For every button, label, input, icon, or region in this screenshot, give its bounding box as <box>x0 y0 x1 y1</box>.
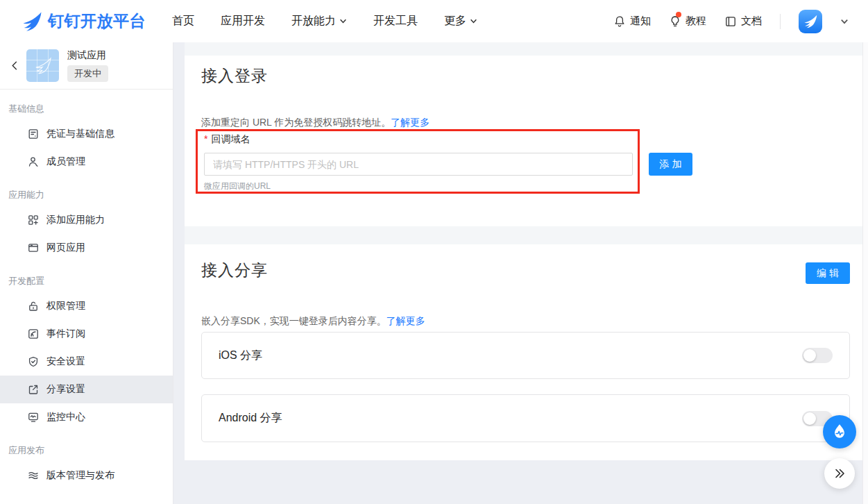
app-meta: 测试应用 开发中 <box>67 49 108 82</box>
app-sidebar: 测试应用 开发中 基础信息 凭证与基础信息 成员管理 应用能力 添加应用能力 <box>0 42 173 504</box>
section-title-share: 接入分享 <box>201 260 268 281</box>
nav-label: 首页 <box>172 14 194 28</box>
toggle-knob <box>803 412 816 425</box>
nav-label: 应用开发 <box>221 14 265 28</box>
sidebar-item-add-capability[interactable]: 添加应用能力 <box>0 206 173 234</box>
page-scrollbar[interactable] <box>862 42 868 504</box>
section-gap <box>185 42 862 56</box>
chevron-down-icon <box>470 17 477 25</box>
add-capability-icon <box>28 215 39 226</box>
sidebar-item-label: 监控中心 <box>46 411 85 423</box>
nav-item-home[interactable]: 首页 <box>172 14 194 28</box>
sidebar-item-share-settings[interactable]: 分享设置 <box>0 376 173 403</box>
sidebar-group-app-capability: 应用能力 <box>0 176 173 206</box>
share-access-section: 接入分享 编辑 嵌入分享SDK，实现一键登录后内容分享。了解更多 iOS 分享 … <box>185 244 862 460</box>
sidebar-item-event-subscription[interactable]: 事件订阅 <box>0 320 173 348</box>
double-chevron-right-icon <box>833 467 846 480</box>
sidebar-item-label: 网页应用 <box>46 242 85 254</box>
app-status-badge: 开发中 <box>67 65 108 82</box>
login-description-text: 添加重定向 URL 作为免登授权码跳转地址。 <box>201 117 391 128</box>
collapse-panel-button[interactable] <box>824 458 855 489</box>
main-content: 接入登录 添加重定向 URL 作为免登授权码跳转地址。了解更多 *回调域名 微应… <box>185 42 862 504</box>
dingtalk-open-platform-page: 钉钉开放平台 首页 应用开发 开放能力 开发工具 更多 <box>0 0 868 504</box>
permission-icon <box>28 301 39 312</box>
ios-share-row: iOS 分享 <box>201 332 850 379</box>
sidebar-item-label: 凭证与基础信息 <box>46 128 114 140</box>
document-icon <box>724 15 737 28</box>
toggle-knob <box>803 349 816 362</box>
callback-url-helper: 微应用回调的URL <box>204 180 271 192</box>
sidebar-item-label: 添加应用能力 <box>46 214 105 226</box>
section-gap <box>185 226 862 244</box>
back-chevron-button[interactable] <box>7 60 22 71</box>
callback-url-input[interactable] <box>204 153 633 176</box>
tutorial-button[interactable]: 教程 <box>669 15 706 28</box>
nav-item-more[interactable]: 更多 <box>444 14 477 28</box>
sidebar-group-app-release: 应用发布 <box>0 431 173 462</box>
share-icon <box>28 384 39 395</box>
share-description: 嵌入分享SDK，实现一键登录后内容分享。了解更多 <box>201 315 425 328</box>
ios-share-toggle[interactable] <box>802 348 833 363</box>
android-share-row: Android 分享 <box>201 394 850 442</box>
event-subscription-icon <box>28 328 39 339</box>
dingtalk-wing-icon <box>803 14 818 29</box>
security-icon <box>28 356 39 367</box>
sidebar-item-version-release[interactable]: 版本管理与发布 <box>0 462 173 489</box>
nav-item-open-capability[interactable]: 开放能力 <box>291 14 347 28</box>
section-title-login: 接入登录 <box>201 65 268 87</box>
credentials-icon <box>28 128 39 140</box>
sidebar-item-security[interactable]: 安全设置 <box>0 348 173 376</box>
add-button[interactable]: 添加 <box>649 153 692 176</box>
customer-service-button[interactable] <box>823 415 856 448</box>
top-navigation-bar: 钉钉开放平台 首页 应用开发 开放能力 开发工具 更多 <box>0 0 868 42</box>
user-avatar[interactable] <box>799 10 822 33</box>
topbar-actions: 通知 教程 文档 <box>613 10 849 33</box>
sidebar-group-basic-info: 基础信息 <box>0 90 173 120</box>
share-description-text: 嵌入分享SDK，实现一键登录后内容分享。 <box>201 315 386 326</box>
learn-more-link[interactable]: 了解更多 <box>386 315 425 326</box>
sidebar-item-permissions[interactable]: 权限管理 <box>0 292 173 320</box>
sidebar-item-label: 版本管理与发布 <box>46 469 114 482</box>
action-label: 文档 <box>741 15 762 28</box>
dingtalk-wing-icon <box>21 10 43 33</box>
sidebar-item-monitor-center[interactable]: 监控中心 <box>0 403 173 431</box>
app-icon <box>26 49 59 82</box>
sidebar-item-webapp[interactable]: 网页应用 <box>0 234 173 262</box>
learn-more-link[interactable]: 了解更多 <box>391 117 429 128</box>
bell-icon <box>613 15 626 28</box>
version-icon <box>28 470 39 481</box>
sidebar-item-members[interactable]: 成员管理 <box>0 148 173 176</box>
callback-domain-label: *回调域名 <box>204 133 250 146</box>
sidebar-group-dev-config: 开发配置 <box>0 262 173 292</box>
nav-item-dev-tools[interactable]: 开发工具 <box>373 14 418 28</box>
callback-domain-label-text: 回调域名 <box>211 133 250 144</box>
nav-label: 更多 <box>444 14 466 28</box>
notifications-button[interactable]: 通知 <box>613 15 651 28</box>
login-description: 添加重定向 URL 作为免登授权码跳转地址。了解更多 <box>201 117 429 129</box>
logo-text: 钉钉开放平台 <box>48 10 146 32</box>
nav-label: 开放能力 <box>291 14 336 28</box>
action-label: 教程 <box>686 15 706 28</box>
customer-service-icon <box>831 423 849 441</box>
dingtalk-logo[interactable]: 钉钉开放平台 <box>21 10 146 33</box>
topbar-divider <box>780 14 781 29</box>
webapp-icon <box>28 242 39 253</box>
sidebar-item-label: 安全设置 <box>46 355 85 368</box>
required-asterisk: * <box>204 133 207 144</box>
android-share-label: Android 分享 <box>219 411 282 426</box>
docs-button[interactable]: 文档 <box>724 15 762 28</box>
sidebar-item-label: 权限管理 <box>46 300 85 312</box>
sidebar-item-label: 事件订阅 <box>46 328 85 340</box>
sidebar-item-credentials[interactable]: 凭证与基础信息 <box>0 120 173 148</box>
account-menu-caret[interactable] <box>840 17 849 26</box>
notification-red-dot <box>676 12 681 17</box>
app-header: 测试应用 开发中 <box>0 42 173 90</box>
monitor-icon <box>28 412 39 423</box>
nav-item-app-dev[interactable]: 应用开发 <box>221 14 265 28</box>
login-access-section: 接入登录 添加重定向 URL 作为免登授权码跳转地址。了解更多 *回调域名 微应… <box>185 56 862 226</box>
app-name: 测试应用 <box>67 49 108 62</box>
sidebar-item-label: 成员管理 <box>46 156 85 168</box>
edit-button[interactable]: 编辑 <box>806 262 850 284</box>
ios-share-label: iOS 分享 <box>219 348 262 363</box>
main-nav: 首页 应用开发 开放能力 开发工具 更多 <box>172 14 477 28</box>
